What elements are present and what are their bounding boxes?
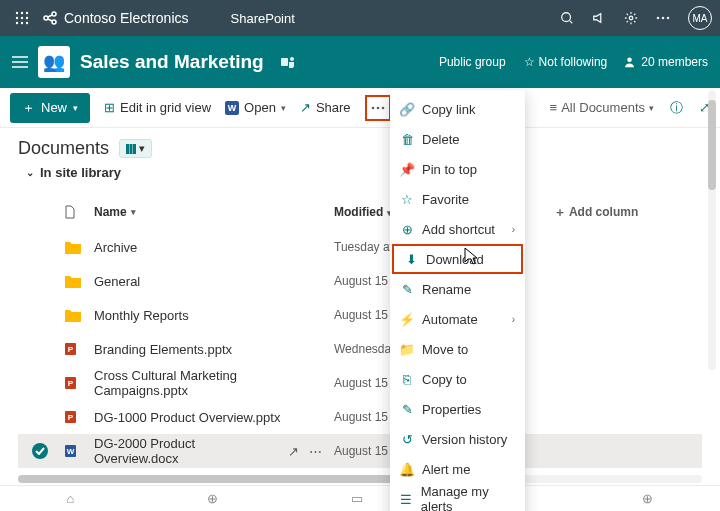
table-row[interactable]: P Cross Cultural Marketing Campaigns.ppt… [18,366,702,400]
app-launcher[interactable] [8,4,36,32]
svg-point-8 [26,22,28,24]
bottom-globe-icon[interactable]: ⊕ [207,491,218,506]
file-name: Branding Elements.pptx [94,342,232,357]
site-logo: 👥 [38,46,70,78]
svg-rect-30 [130,144,133,154]
file-name: Monthly Reports [94,308,189,323]
svg-point-16 [629,16,633,20]
svg-line-13 [48,19,52,21]
word-icon: W [64,442,82,460]
view-pill[interactable]: ▾ [119,139,152,158]
add-column[interactable]: ＋ Add column [554,204,638,221]
app-name: SharePoint [231,11,295,26]
menu-properties[interactable]: ✎Properties [390,394,525,424]
scope-toggle[interactable]: ⌄In site library [18,165,702,180]
menu-copy-link[interactable]: 🔗Copy link [390,94,525,124]
vertical-scrollbar[interactable] [708,90,716,370]
view-selector[interactable]: ≡ All Documents ▾ [550,100,654,115]
file-name: Cross Cultural Marketing Campaigns.pptx [94,368,334,398]
search-icon[interactable] [560,11,574,25]
file-name: Archive [94,240,137,255]
menu-download[interactable]: ⬇Download [392,244,523,274]
table-row[interactable]: General August 15 [18,264,702,298]
more-actions-button[interactable] [365,95,391,121]
menu-copy-to[interactable]: ⎘Copy to [390,364,525,394]
open-button[interactable]: WOpen ▾ [225,100,286,115]
rename-icon: ✎ [400,282,414,297]
new-button[interactable]: ＋ New ▾ [10,93,90,123]
follow-button[interactable]: ☆ Not following [524,55,608,69]
alert-icon: 🔔 [400,462,414,477]
svg-point-28 [381,106,384,109]
menu-favorite[interactable]: ☆Favorite [390,184,525,214]
table-row[interactable]: Archive Tuesday at 11: [18,230,702,264]
svg-rect-29 [126,144,129,154]
svg-point-25 [628,58,633,63]
star-icon: ☆ [400,192,414,207]
history-icon: ↺ [400,432,414,447]
menu-alert-me[interactable]: 🔔Alert me [390,454,525,484]
more-icon[interactable] [656,16,670,20]
menu-delete[interactable]: 🗑Delete [390,124,525,154]
share-button[interactable]: ↗Share [300,100,351,115]
menu-pin-to-top[interactable]: 📌Pin to top [390,154,525,184]
shortcut-icon: ⊕ [400,222,414,237]
svg-point-26 [371,106,374,109]
bottom-home-icon[interactable]: ⌂ [67,491,75,506]
move-icon: 📁 [400,342,414,357]
members-button[interactable]: 20 members [625,55,708,69]
avatar[interactable]: MA [688,6,712,30]
svg-point-6 [16,22,18,24]
svg-text:W: W [67,447,75,456]
svg-text:P: P [68,345,74,354]
menu-rename[interactable]: ✎Rename [390,274,525,304]
props-icon: ✎ [400,402,414,417]
svg-point-4 [21,17,23,19]
alerts-icon: ☰ [400,492,413,507]
svg-line-15 [570,21,573,24]
svg-point-7 [21,22,23,24]
menu-manage-my-alerts[interactable]: ☰Manage my alerts [390,484,525,511]
org-logo-icon [42,10,58,26]
site-title: Sales and Marketing [80,51,264,73]
hamburger-icon[interactable] [12,55,28,69]
context-menu: 🔗Copy link🗑Delete📌Pin to top☆Favorite⊕Ad… [390,90,525,511]
col-name[interactable]: Name ▾ [94,205,334,219]
svg-point-1 [21,12,23,14]
bottom-add-icon[interactable]: ⊕ [642,491,653,506]
menu-add-shortcut[interactable]: ⊕Add shortcut› [390,214,525,244]
svg-point-2 [26,12,28,14]
table-row[interactable]: W DG-2000 Product Overview.docx↗⋯ August… [18,434,702,468]
edit-grid-button[interactable]: ⊞Edit in grid view [104,100,211,115]
share-row-icon[interactable]: ↗ [288,444,299,459]
more-row-icon[interactable]: ⋯ [309,444,322,459]
menu-version-history[interactable]: ↺Version history [390,424,525,454]
automate-icon: ⚡ [400,312,414,327]
svg-point-0 [16,12,18,14]
svg-point-14 [562,13,571,22]
teams-icon[interactable] [280,54,296,70]
svg-point-9 [44,16,48,20]
link-icon: 🔗 [400,102,414,117]
horizontal-scrollbar[interactable] [18,475,702,483]
svg-text:P: P [68,413,74,422]
table-row[interactable]: P DG-1000 Product Overview.pptx August 1… [18,400,702,434]
file-name: DG-1000 Product Overview.pptx [94,410,280,425]
library-title: Documents [18,138,109,159]
ppt-icon: P [64,374,82,392]
settings-icon[interactable] [624,11,638,25]
svg-point-27 [376,106,379,109]
svg-point-11 [52,20,56,24]
trash-icon: 🗑 [400,132,414,147]
menu-automate[interactable]: ⚡Automate› [390,304,525,334]
download-icon: ⬇ [404,252,418,267]
menu-move-to[interactable]: 📁Move to [390,334,525,364]
svg-text:P: P [68,379,74,388]
bottom-news-icon[interactable]: ▭ [351,491,363,506]
table-row[interactable]: P Branding Elements.pptx Wednesday at [18,332,702,366]
table-row[interactable]: Monthly Reports August 15 [18,298,702,332]
info-icon[interactable]: ⓘ [670,99,683,117]
col-type-icon[interactable] [64,205,94,219]
svg-point-19 [667,17,670,20]
megaphone-icon[interactable] [592,11,606,25]
